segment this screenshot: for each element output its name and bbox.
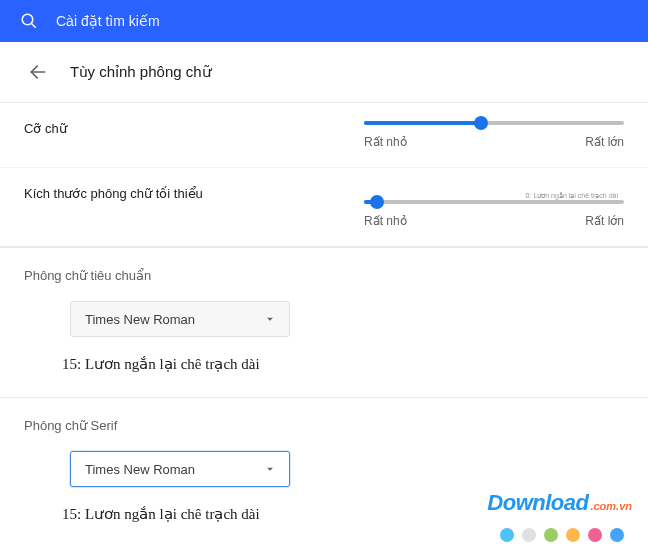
search-icon [20,12,38,30]
serif-font-dropdown[interactable]: Times New Roman [70,451,290,487]
search-placeholder: Cài đặt tìm kiếm [56,13,160,29]
chevron-down-icon [263,462,277,476]
dot [500,528,514,542]
min-font-tiny-preview: 0: Lươn ngắn lại chê trạch dài [364,192,624,200]
standard-font-title: Phông chữ tiêu chuẩn [24,268,624,283]
min-font-size-row: Kích thước phông chữ tối thiểu 0: Lươn n… [0,167,648,246]
chevron-down-icon [263,312,277,326]
standard-font-dropdown[interactable]: Times New Roman [70,301,290,337]
dot [566,528,580,542]
svg-point-0 [22,14,33,25]
dot [544,528,558,542]
svg-line-1 [31,23,36,28]
page-title: Tùy chỉnh phông chữ [70,63,212,81]
serif-font-preview: 15: Lươn ngắn lại chê trạch dài [62,505,624,523]
dot [588,528,602,542]
standard-font-section: Phông chữ tiêu chuẩn Times New Roman 15:… [0,247,648,397]
back-arrow-icon[interactable] [28,62,48,82]
dot [610,528,624,542]
sliders-card: Cỡ chữ Rất nhỏ Rất lớn Kích thước phông … [0,102,648,247]
font-size-row: Cỡ chữ Rất nhỏ Rất lớn [0,103,648,167]
slider-fill [364,121,481,125]
dot [522,528,536,542]
decorative-dots [500,528,624,542]
slider-max-label: Rất lớn [585,214,624,228]
min-font-size-slider[interactable] [364,200,624,204]
slider-max-label: Rất lớn [585,135,624,149]
dropdown-value: Times New Roman [85,462,195,477]
search-bar[interactable]: Cài đặt tìm kiếm [0,0,648,42]
font-size-slider[interactable] [364,121,624,125]
serif-font-section: Phông chữ Serif Times New Roman 15: Lươn… [0,397,648,547]
slider-thumb[interactable] [370,195,384,209]
font-size-label: Cỡ chữ [24,121,344,136]
slider-thumb[interactable] [474,116,488,130]
min-font-size-label: Kích thước phông chữ tối thiểu [24,186,344,201]
dropdown-value: Times New Roman [85,312,195,327]
standard-font-preview: 15: Lươn ngắn lại chê trạch dài [62,355,624,373]
page-header: Tùy chỉnh phông chữ [0,42,648,102]
slider-min-label: Rất nhỏ [364,135,407,149]
slider-min-label: Rất nhỏ [364,214,407,228]
serif-font-title: Phông chữ Serif [24,418,624,433]
